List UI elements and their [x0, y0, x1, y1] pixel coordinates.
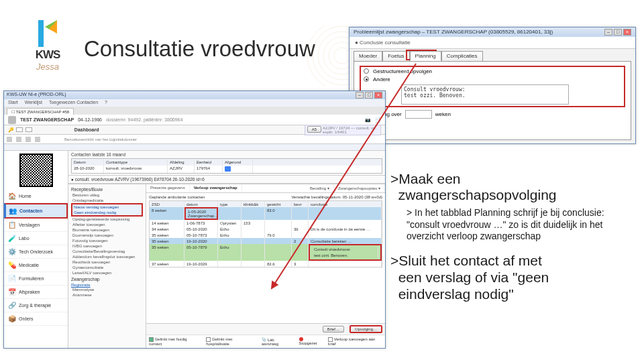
tab-bevalling[interactable]: Bevalling ▾ [306, 184, 334, 192]
action-item[interactable]: IVBG toevoegen [71, 243, 143, 249]
consult-detail-panel: Presente gegevens Verloop zwangerschap B… [146, 184, 385, 348]
action-item[interactable]: Biometrie toevoegen [71, 227, 143, 233]
sidebar-item-orders[interactable]: 📦Orders [4, 312, 68, 326]
sidebar-item-label: Home [19, 194, 32, 198]
sidebar-item-tech-onderzoek[interactable]: ⚙️Tech Onderzoek [4, 245, 68, 259]
action-item[interactable]: Besturen uitleg [71, 192, 143, 198]
preg-table-row[interactable]: 35 weken05-10-7879EchoConsult vroedvrouw… [150, 244, 382, 261]
popup-subtitle: ● Conclusie consultatie [350, 37, 635, 49]
tb-icon-1[interactable] [7, 137, 12, 142]
conclusie-textarea[interactable]: Consult vroedvrouw: test ozzi. Benoven. [401, 84, 569, 105]
action-item[interactable]: Consultatie/Bevallingsverslag [71, 249, 143, 254]
action-item[interactable]: Ontslagmedicatie [71, 198, 143, 203]
sidebar-item-label: Afspraken [19, 290, 40, 294]
menu-start[interactable]: Start [8, 100, 18, 105]
sidebar-icon: 🔗 [7, 301, 16, 310]
action-item[interactable]: Opslag-gerelateerde toepassing [71, 217, 143, 222]
menu-help[interactable]: ? [105, 100, 107, 105]
followup-unit-label: weken [435, 111, 451, 117]
preg-table-row[interactable]: 35 weken05-10-7873Echo79.0 [150, 232, 382, 238]
action-item[interactable]: Mammalyse [71, 287, 143, 292]
menu-contacten[interactable]: Toegewezen Contacten [49, 100, 98, 105]
sidebar-item-formulieren[interactable]: 📄Formulieren [4, 272, 68, 286]
sidebar-item-zorg-&-therapie[interactable]: 🔗Zorg & therapie [4, 299, 68, 312]
sidebar-item-home[interactable]: 🏠Home [4, 190, 68, 203]
tb-icon-4[interactable] [35, 137, 40, 142]
sidebar-icon: 📄 [7, 274, 16, 283]
action-item[interactable]: Doorverwijs toevoegen [71, 233, 143, 238]
action-geen-eindverslag[interactable]: Geen eindverslag nodig [72, 210, 142, 215]
patient-tab[interactable]: ☐ TEST ZWANGERSCHAP #58 [7, 108, 74, 115]
sidebar-item-medicatie[interactable]: 💊Medicatie [4, 259, 68, 272]
sidebar-item-afspraken[interactable]: 📅Afspraken [4, 286, 68, 299]
consult-title: ● consult. vroedvrouw AZVRV (19673960) E… [68, 176, 385, 184]
popup-tab-complicaties[interactable]: Complicaties [441, 51, 483, 61]
patient-dob: 04-12-1986 [78, 117, 102, 122]
minimize-icon[interactable]: – [604, 29, 612, 36]
consult-bottom-toolbar: Brief… Opvolging… [146, 323, 385, 335]
action-item[interactable]: Gynaeconsultatie [71, 265, 143, 270]
toolbar-icon-pdf[interactable]: 📄 [375, 117, 381, 123]
followup-row: Raadpleging over weken [360, 110, 625, 119]
brief-button[interactable]: Brief… [323, 326, 344, 333]
main-minimize-icon[interactable]: – [356, 92, 364, 99]
action-item[interactable]: Addendum bevallingslot toevoegen [71, 254, 143, 259]
sidebar-icon: 📦 [7, 314, 16, 323]
sidebar-icon: 👥 [8, 206, 17, 215]
radio-andere-label: Andere [373, 76, 400, 82]
tb-icon-2[interactable] [16, 137, 21, 142]
preg-table-head: ZSD datum type klinkb&k gewicht bevr con… [150, 201, 382, 207]
tab-zwangerschapsopties[interactable]: Zwangerschapsopties ▾ [334, 184, 385, 192]
window-tab-row: ☐ TEST ZWANGERSCHAP #58 [4, 107, 385, 115]
menu-werklijst[interactable]: Werklijst [25, 100, 42, 105]
maximize-icon[interactable]: □ [614, 29, 622, 36]
action-item[interactable]: Anamnese [71, 292, 143, 298]
action-nieuw-verslag[interactable]: Nieuw verslag toevoegen [72, 204, 142, 210]
preg-table-row[interactable]: 8 weken1-05-2020 Zwangerschap…83.0 [150, 207, 382, 220]
main-close-icon[interactable]: × [374, 92, 382, 99]
radio-andere[interactable] [364, 76, 369, 82]
popup-body: Gestructureerd opvolgen Andere Consult v… [354, 61, 631, 140]
instructions-block: >Maak een zwangerschapsopvolging > In he… [390, 171, 632, 302]
action-item[interactable]: Afletter toevoegen [71, 222, 143, 227]
radio-gestructureerd[interactable] [364, 68, 369, 74]
verslag-actions-highlight: Nieuw verslag toevoegen Geen eindverslag… [71, 203, 143, 217]
preg-table-row[interactable]: 14 weken1-06-7873Oprysten153 [150, 220, 382, 226]
contacts-table-head: Datum Contacttype Afdeling Eenheid Afger… [72, 159, 382, 166]
flag-en-icon[interactable] [25, 127, 32, 132]
chk-verloop-brief[interactable] [328, 337, 333, 342]
followup-weeks-input[interactable] [405, 110, 432, 119]
preg-table-row[interactable]: 34 weken05-10-2020Echo36Dit is de conclu… [150, 226, 382, 232]
chk-hospitalisatie[interactable] [206, 337, 211, 342]
action-item[interactable]: Fotovolg toevoegen [71, 238, 143, 243]
action-item[interactable]: Letsel/ALV toevoegen [71, 270, 143, 276]
tab-verloop-zwangerschap[interactable]: Verloop zwangerschap [190, 184, 242, 192]
popup-tab-foetus[interactable]: Foetus [382, 51, 409, 61]
tb-icon-3[interactable] [25, 137, 31, 142]
toolbar-icon-camera[interactable]: 📷 [365, 117, 371, 123]
preg-table-row[interactable]: 37 weken19-10-202982.63 [150, 261, 382, 267]
preg-table-row[interactable]: 35 weken19-10-20202Consultatie bereken … [150, 238, 382, 244]
action-item[interactable]: Reocheck toevoegen [71, 259, 143, 265]
popup-tab-planning[interactable]: Planning [410, 51, 441, 61]
verwachte-bevalling-label: Verwachte bevallingsdatum: 05-11-2020 (3… [291, 195, 382, 199]
key-badge[interactable]: A5 [307, 126, 321, 133]
sidebar-item-label: Zorg & therapie [19, 303, 51, 308]
sidebar-item-verslagen[interactable]: 📋Verslagen [4, 219, 68, 232]
main-content: Contacten laatste 18 maand Datum Contact… [68, 151, 385, 348]
sidebar-item-label: Labo [19, 236, 30, 241]
lab-aanvraag-label: Lab. aanvraag [262, 338, 278, 346]
sidebar-item-label: Medicatie [19, 263, 39, 267]
chk-huidig-contact[interactable] [149, 337, 154, 342]
sidebar-item-contacten[interactable]: 👥Contacten [4, 203, 68, 219]
contacts-table-row[interactable]: 28-10-2020 konsult. vroedvrouw AZJRV 179… [72, 166, 382, 173]
consult-actions-panel: Recepties/Bouw Besturen uitleg Ontslagme… [68, 184, 146, 348]
close-icon[interactable]: × [623, 29, 631, 36]
sidebar-item-labo[interactable]: 🧪Labo [4, 232, 68, 245]
tab-presente-gegevens[interactable]: Presente gegevens [146, 184, 190, 192]
main-maximize-icon[interactable]: □ [365, 92, 373, 99]
sidebar-item-label: Contacten [19, 208, 42, 213]
opvolging-button[interactable]: Opvolging… [350, 325, 382, 333]
flag-nl-icon[interactable] [16, 127, 23, 132]
popup-tab-moeder[interactable]: Moeder [354, 51, 382, 61]
